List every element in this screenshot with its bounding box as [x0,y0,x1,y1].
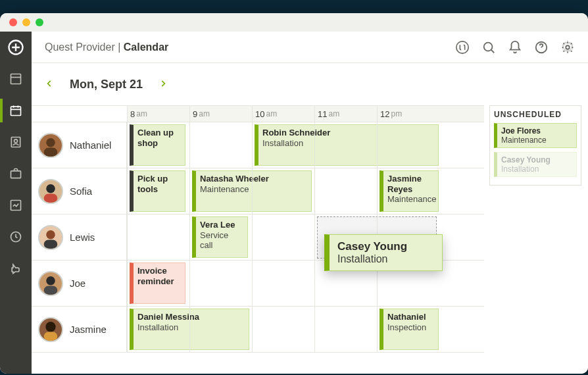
person-name: Jasmine [70,324,107,335]
nav-work[interactable] [0,158,32,189]
main-panel: Quest Provider | Calendar Mon, Sept 21 [32,32,588,374]
event-invoice-reminder[interactable]: Invoice reminder [130,262,185,304]
avatar [38,317,63,342]
event-jasmine-reyes[interactable]: Jasmine ReyesMaintenance [380,170,439,212]
svg-point-13 [46,138,55,147]
topbar: Quest Provider | Calendar [32,32,588,63]
unscheduled-card-ghost[interactable]: Casey Young Installation [494,152,577,177]
person-cell: Lewis [32,214,127,260]
event-cleanup-shop[interactable]: Clean up shop [130,124,185,166]
schedule-row: Jasmine Daniel MessinaInstallation Natha… [32,307,484,353]
person-cell: Joe [32,261,127,306]
nav-time[interactable] [0,221,32,253]
bell-icon[interactable] [508,40,522,55]
svg-point-8 [456,41,468,53]
time-slot: 8am [127,106,189,122]
svg-rect-1 [11,74,21,84]
nav-reports[interactable] [0,189,32,221]
svg-rect-20 [44,239,57,249]
nav-contacts[interactable] [0,126,32,158]
quickbooks-icon[interactable] [455,40,470,55]
schedule-grid: 8am 9am 10am 11am 12pm Nathaniel Clean u… [32,105,484,353]
breadcrumb: Quest Provider | Calendar [45,41,168,53]
person-name: Lewis [70,232,95,243]
svg-rect-17 [44,193,57,203]
person-name: Nathaniel [70,139,111,151]
breadcrumb-page: Calendar [124,41,168,53]
person-cell: Nathaniel [32,122,127,168]
window-maximize-icon[interactable] [36,18,43,26]
svg-point-19 [46,230,55,239]
breadcrumb-separator: | [118,41,120,53]
schedule-row: Nathaniel Clean up shop Robin SchneiderI… [32,122,484,168]
person-cell: Sofia [32,168,127,214]
svg-rect-2 [11,107,21,115]
schedule-row: Sofia Pick up tools Natasha WheelerMaint… [32,168,484,214]
unscheduled-card[interactable]: Joe Flores Maintenance [494,123,577,148]
window-close-icon[interactable] [9,18,17,26]
svg-point-4 [14,139,18,143]
breadcrumb-provider: Quest Provider [45,41,115,53]
next-day-button[interactable] [156,75,170,94]
nav-dashboard[interactable] [0,63,32,95]
avatar [38,133,63,158]
svg-point-16 [46,184,55,193]
svg-rect-26 [44,332,57,341]
svg-point-22 [46,276,55,285]
sidebar [0,32,32,374]
time-slot: 9am [189,106,252,122]
person-cell: Jasmine [32,307,127,352]
person-name: Sofia [70,186,92,197]
avatar [38,271,63,296]
event-nathaniel-inspection[interactable]: NathanielInspection [380,309,439,350]
app-logo [0,32,32,63]
time-slot: 12pm [377,106,439,122]
event-vera-lee[interactable]: Vera LeeService call [192,216,248,258]
unscheduled-panel: UNSCHEDULED Joe Flores Maintenance Casey… [489,105,581,186]
svg-point-25 [45,322,55,332]
app-window: Quest Provider | Calendar Mon, Sept 21 [0,13,588,374]
current-date: Mon, Sept 21 [70,78,143,91]
person-name: Joe [70,278,86,289]
nav-feedback[interactable] [0,253,32,284]
svg-rect-23 [44,286,57,295]
unscheduled-heading: UNSCHEDULED [494,110,577,119]
date-navigation: Mon, Sept 21 [32,63,588,105]
svg-rect-5 [11,171,21,178]
prev-day-button[interactable] [42,75,57,94]
svg-rect-14 [44,147,57,157]
avatar [38,179,63,204]
search-icon[interactable] [481,40,496,55]
time-slot: 11am [314,106,377,122]
gear-icon[interactable] [560,40,575,55]
svg-point-9 [484,42,493,51]
time-header: 8am 9am 10am 11am 12pm [32,105,484,122]
event-pickup-tools[interactable]: Pick up tools [130,170,185,212]
help-icon[interactable] [534,40,549,55]
window-minimize-icon[interactable] [22,18,30,26]
window-titlebar [0,13,588,32]
nav-calendar[interactable] [0,95,32,126]
time-slot: 10am [252,106,314,122]
avatar [38,225,63,250]
dragging-card[interactable]: Casey Young Installation [324,234,443,271]
svg-point-11 [566,45,570,49]
